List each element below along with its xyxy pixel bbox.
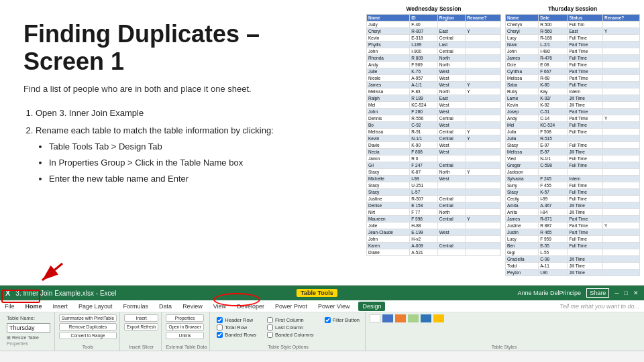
table-row: DianeA-521 xyxy=(367,249,501,256)
unlink-btn[interactable]: Unlink xyxy=(166,332,203,339)
table-row: JamesA-1/1WestY xyxy=(367,82,501,88)
minimize-icon[interactable]: ─ xyxy=(614,290,619,296)
pivot-table-btn[interactable]: Summarize with PivotTable xyxy=(59,314,117,322)
table-row: CherylR-560EastY xyxy=(506,28,640,35)
properties-label: Properties xyxy=(7,341,50,346)
style-orange[interactable] xyxy=(395,314,406,322)
table-row: AndyC-14Part TimeY xyxy=(506,115,640,122)
resize-table-btn[interactable]: ⊞ Resize Table xyxy=(7,335,50,341)
menu-power-view[interactable]: Power View xyxy=(316,302,352,310)
excel-user: Anne Marie DelPrincipe xyxy=(518,290,582,296)
step-1: Open 3. Inner Join Example xyxy=(36,106,339,121)
menu-insert[interactable]: Insert xyxy=(51,302,70,310)
table-row: KevinN-1/1CentralY xyxy=(367,135,501,142)
insert-slicer-btn[interactable]: Insert xyxy=(124,314,158,322)
style-yellow[interactable] xyxy=(433,314,444,322)
table-styles-group: Table Styles xyxy=(367,312,641,351)
menu-review[interactable]: Review xyxy=(180,302,205,310)
table-row: MaureenF 998CentralY xyxy=(367,216,501,223)
table-tools-tab[interactable]: Table Tools xyxy=(297,289,337,297)
table-row: KarenA-009Central xyxy=(367,243,501,249)
excel-icon: X xyxy=(5,289,10,297)
banded-cols-check[interactable]: Banded Columns xyxy=(267,332,314,338)
open-in-browser-btn[interactable]: Open in Browser xyxy=(166,323,203,330)
table-row: KevinE-318Central xyxy=(367,35,501,42)
last-column-check[interactable]: Last Column xyxy=(267,324,314,330)
properties-btn[interactable]: Properties xyxy=(166,314,203,322)
slide-title: Finding Duplicates – Screen 1 xyxy=(23,20,339,76)
table-row: CherlynR 500Full Tim xyxy=(506,21,640,28)
menu-design[interactable]: Design xyxy=(358,302,385,311)
close-icon[interactable]: ✕ xyxy=(633,290,639,296)
style-blue2[interactable] xyxy=(421,314,431,322)
table-row: AndyF 969North xyxy=(367,62,501,68)
table-row: StacyK-57Full Time xyxy=(506,189,640,196)
table-row: StacyE-97Full Time xyxy=(506,142,640,149)
arrow-annotation xyxy=(32,260,72,287)
menu-file[interactable]: File xyxy=(3,302,17,310)
table-style-options-group: Header Row Total Row Banded Rows First C… xyxy=(211,312,366,351)
table-name-label: Table Name: xyxy=(7,315,50,321)
table-row: CynthiaF 667Part Time xyxy=(506,68,640,75)
excel-filename: 3. Inner Join Example.xlsx - Excel xyxy=(15,290,116,297)
style-green-light[interactable] xyxy=(408,314,419,322)
table-row: JosepC-51Part Time xyxy=(506,109,640,115)
excel-title-bar: X 3. Inner Join Example.xlsx - Excel Tab… xyxy=(0,286,644,300)
remove-duplicates-btn[interactable]: Remove Duplicates xyxy=(59,323,117,330)
style-none[interactable] xyxy=(370,314,380,322)
table-row: JustinR 465Part Time xyxy=(506,229,640,236)
table-row: RubyKayIntern xyxy=(506,88,640,95)
table-row: BenE-55Full Time xyxy=(506,243,640,249)
excel-menu-bar: File Home Insert Page Layout Formulas Da… xyxy=(0,300,644,312)
style-options-label: Table Style Options xyxy=(214,345,362,349)
table-row: JohnI-900Central xyxy=(367,48,501,55)
header-row-check[interactable]: Header Row xyxy=(217,317,256,323)
menu-home[interactable]: Home xyxy=(23,302,44,310)
bullet-2: In Properties Group > Click in the Table… xyxy=(49,156,339,170)
table-row: PeytonI-90Jill Time xyxy=(506,269,640,276)
table-row: BoC-92West xyxy=(367,122,501,129)
slide-subtitle: Find a list of people who are in both an… xyxy=(23,84,339,94)
first-column-check[interactable]: First Column xyxy=(267,317,314,323)
table-name-input[interactable] xyxy=(7,323,50,333)
menu-data[interactable]: Data xyxy=(157,302,174,310)
table-row: MelissaF-83NorthY xyxy=(367,88,501,95)
table-row: JolieH-88 xyxy=(367,223,501,229)
tell-me[interactable]: Tell me what you want to do... xyxy=(557,302,641,310)
menu-view[interactable]: View xyxy=(211,302,228,310)
export-refresh-btn[interactable]: Export Refresh xyxy=(124,323,158,330)
table-row: GraciellaC-98Jill Time xyxy=(506,256,640,263)
table-row: StacyK-87NorthY xyxy=(367,169,501,176)
table-row: DeniseE 158Central xyxy=(367,202,501,209)
main-content: Finding Duplicates – Screen 1 Find a lis… xyxy=(0,0,644,288)
checkbox-col2: First Column Last Column Banded Columns xyxy=(264,314,317,341)
style-swatches xyxy=(370,314,444,322)
menu-power-pivot[interactable]: Power Pivot xyxy=(273,302,309,310)
filter-button-check[interactable]: Filter Button xyxy=(325,317,360,323)
menu-developer[interactable]: Developer xyxy=(235,302,266,310)
thu-col-status: Status xyxy=(568,15,603,21)
share-button[interactable]: Share xyxy=(586,288,609,298)
menu-formulas[interactable]: Formulas xyxy=(121,302,151,310)
thursday-title: Thursday Session xyxy=(505,5,640,12)
external-data-group: Properties Open in Browser Unlink Extern… xyxy=(163,312,210,351)
banded-rows-check[interactable]: Banded Rows xyxy=(217,332,256,338)
menu-page-layout[interactable]: Page Layout xyxy=(76,302,115,310)
table-row: JuliaF 508Full Time xyxy=(506,129,640,135)
wed-col-region: Region xyxy=(437,15,466,21)
maximize-icon[interactable]: □ xyxy=(625,290,628,296)
checkbox-col1: Header Row Total Row Banded Rows xyxy=(214,314,259,341)
thursday-table: Name Date Status Rename? CherlynR 500Ful… xyxy=(505,14,640,276)
convert-to-range-btn[interactable]: Convert to Range xyxy=(59,332,117,339)
total-row-check[interactable]: Total Row xyxy=(217,324,256,330)
table-row: GregorC-598Full Time xyxy=(506,162,640,169)
table-row: JohnI-480Part Time xyxy=(506,48,640,55)
table-row: DennisR-556Central xyxy=(367,115,501,122)
table-row: CherylR-807EastY xyxy=(367,28,501,35)
table-row: JudyF-40 xyxy=(367,21,501,28)
wednesday-title: Wednesday Session xyxy=(366,5,501,12)
style-blue[interactable] xyxy=(382,314,393,322)
table-row: MelissaR-91CentralY xyxy=(367,129,501,135)
table-row: MelKC-524West xyxy=(367,102,501,109)
tools-buttons: Summarize with PivotTable Remove Duplica… xyxy=(59,314,117,339)
